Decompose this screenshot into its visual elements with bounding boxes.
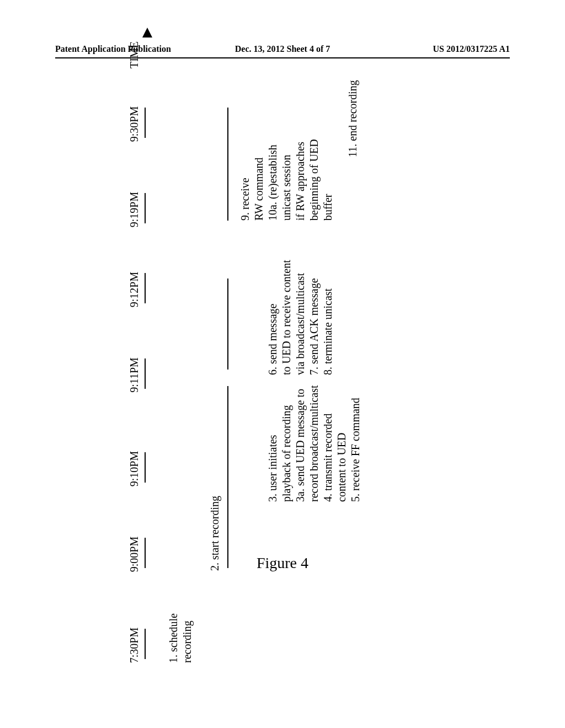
steps-3-5: 3. user initiatesplayback of recording3a… (266, 385, 363, 502)
step-11: 11. end recording (346, 80, 360, 157)
time-axis-label: TIME (128, 41, 141, 68)
header-center: Dec. 13, 2012 Sheet 4 of 7 (207, 44, 359, 54)
tick-dash (145, 193, 146, 223)
figure-rotated-container: TIME 7:30PM 9:00PM 9:10PM 9:11PM 9:12PM … (111, 61, 454, 667)
tick-dash (145, 629, 146, 659)
tick-label: 9:12PM (128, 272, 141, 307)
tick-label: 9:00PM (128, 537, 141, 572)
bar-a (227, 386, 228, 568)
tick-label: 9:11PM (128, 357, 141, 393)
bar-c (227, 108, 228, 221)
header-rule (55, 57, 510, 58)
bar-b (227, 279, 228, 370)
steps-9-10: 9. receiveRW command10a. (re)establishun… (238, 139, 335, 221)
tick-dash (145, 273, 146, 303)
tick-dash (145, 538, 146, 568)
step-1: 1. schedulerecording (167, 613, 194, 663)
tick-label: 9:30PM (128, 106, 141, 142)
tick-label: 9:10PM (128, 451, 141, 486)
tick-dash (145, 358, 146, 389)
page-header: Patent Application Publication Dec. 13, … (55, 44, 510, 54)
tick-label: 7:30PM (128, 628, 141, 663)
figure-timeline: TIME 7:30PM 9:00PM 9:10PM 9:11PM 9:12PM … (111, 61, 454, 667)
figure-caption: Figure 4 (257, 554, 308, 572)
tick-label: 9:19PM (128, 192, 141, 227)
step-2: 2. start recording (208, 496, 222, 571)
header-right: US 2012/0317225 A1 (358, 44, 510, 54)
tick-dash (145, 452, 146, 483)
steps-6-8: 6. send messageto UED to receive content… (266, 260, 335, 375)
arrow-right-icon (142, 28, 152, 38)
tick-dash (145, 108, 146, 138)
